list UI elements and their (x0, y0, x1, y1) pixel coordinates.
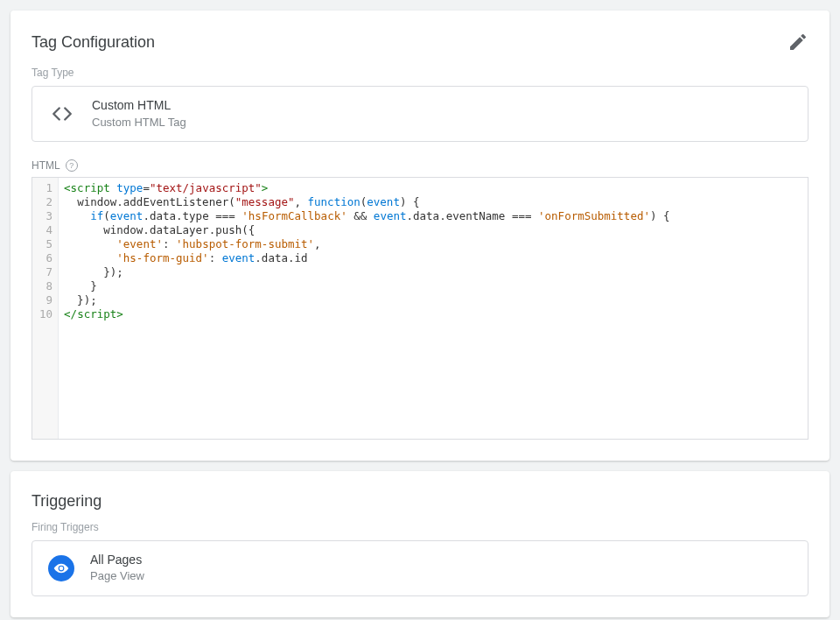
code-line: if(event.data.type === 'hsFormCallback' … (64, 209, 802, 223)
code-icon (50, 102, 74, 126)
line-number: 5 (39, 237, 52, 251)
tag-type-subtitle: Custom HTML Tag (92, 115, 186, 130)
code-gutter: 12345678910 (32, 178, 59, 439)
code-line: 'hs-form-guid': event.data.id (64, 251, 802, 265)
html-label: HTML (32, 159, 60, 172)
triggering-card: Triggering Firing Triggers All Pages Pag… (10, 471, 830, 617)
line-number: 1 (39, 181, 52, 195)
tag-configuration-card: Tag Configuration Tag Type Custom HTML C… (10, 11, 830, 461)
code-line: } (64, 279, 802, 293)
code-line: 'event': 'hubspot-form-submit', (64, 237, 802, 251)
pageview-icon (48, 555, 74, 581)
code-line: }); (64, 265, 802, 279)
html-code-editor[interactable]: 12345678910 <script type="text/javascrip… (32, 177, 808, 440)
line-number: 8 (39, 279, 52, 293)
trigger-subtitle: Page View (90, 568, 144, 584)
line-number: 10 (39, 307, 52, 321)
code-line: <script type="text/javascript"> (64, 181, 802, 195)
tag-type-name: Custom HTML (92, 97, 186, 115)
line-number: 4 (39, 223, 52, 237)
code-line: window.addEventListener("message", funct… (64, 195, 802, 209)
trigger-row[interactable]: All Pages Page View (32, 540, 808, 596)
code-line: </script> (64, 307, 802, 321)
line-number: 9 (39, 293, 52, 307)
edit-icon[interactable] (788, 32, 808, 53)
tag-type-label: Tag Type (32, 67, 808, 79)
line-number: 3 (39, 209, 52, 223)
code-body[interactable]: <script type="text/javascript"> window.a… (59, 178, 808, 439)
trigger-name: All Pages (90, 552, 144, 569)
firing-triggers-label: Firing Triggers (32, 521, 808, 533)
code-line: window.dataLayer.push({ (64, 223, 802, 237)
line-number: 6 (39, 251, 52, 265)
tag-config-header: Tag Configuration (32, 32, 808, 53)
tag-config-title: Tag Configuration (32, 33, 155, 52)
code-line: }); (64, 293, 802, 307)
trigger-info: All Pages Page View (90, 552, 144, 585)
tag-type-row[interactable]: Custom HTML Custom HTML Tag (32, 86, 808, 142)
html-label-row: HTML ? (32, 159, 808, 172)
line-number: 2 (39, 195, 52, 209)
line-number: 7 (39, 265, 52, 279)
help-icon[interactable]: ? (66, 159, 78, 172)
triggering-title: Triggering (32, 492, 102, 511)
triggering-header: Triggering (32, 492, 808, 511)
tag-type-info: Custom HTML Custom HTML Tag (92, 97, 186, 130)
